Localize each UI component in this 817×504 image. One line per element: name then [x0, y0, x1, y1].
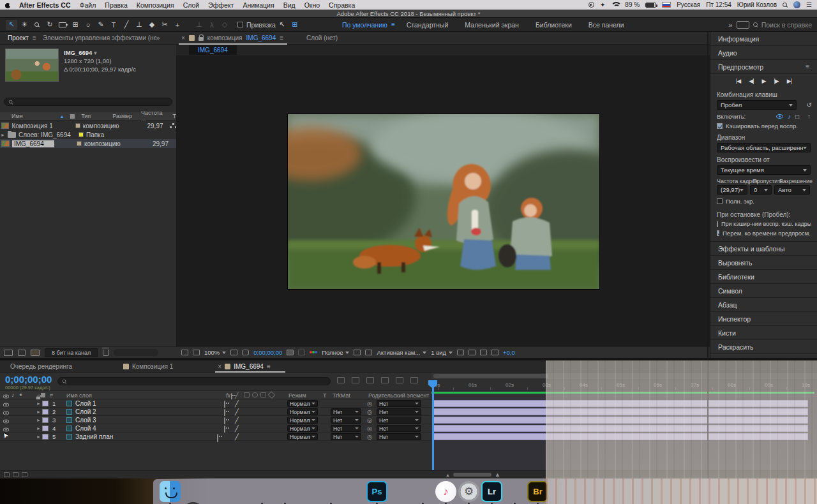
zoom-tool[interactable] [31, 20, 43, 30]
brush-tool[interactable]: ╱ [121, 20, 132, 30]
dock-lightroom-icon[interactable]: Lr [481, 481, 502, 502]
camera-select[interactable]: Активная кам... [377, 349, 426, 356]
blend-mode-select[interactable]: Нормальн [287, 417, 318, 424]
camera-tool[interactable] [57, 20, 68, 30]
new-composition-icon[interactable] [31, 350, 40, 356]
expand-arrow-icon[interactable]: ► [1, 133, 5, 137]
label-swatch[interactable] [77, 141, 82, 146]
col-size[interactable]: Размер [112, 113, 132, 119]
spotlight-icon[interactable] [783, 3, 788, 8]
hide-shy-layers-icon[interactable] [366, 377, 374, 383]
col-name[interactable]: Имя [11, 113, 23, 119]
notification-center-icon[interactable]: ☰ [806, 1, 812, 8]
always-preview-icon[interactable] [181, 350, 188, 355]
tab-layer-viewer[interactable]: Слой (нет) [306, 34, 338, 41]
close-icon[interactable]: × [218, 363, 221, 370]
panel-menu-icon[interactable]: ≡ [33, 34, 36, 41]
blend-mode-select[interactable]: Нормальн [287, 433, 318, 440]
layer-name[interactable]: Слой 4 [75, 425, 96, 432]
item-name-editing[interactable]: IMG_6694 [12, 140, 54, 147]
label-column-icon[interactable] [70, 114, 75, 119]
view-layout-select[interactable]: 1 вид [431, 349, 453, 356]
pen-tool[interactable]: ✎ [95, 20, 107, 30]
item-name[interactable]: Композиция 1 [11, 122, 70, 130]
project-search-input[interactable] [4, 98, 172, 106]
col-rate[interactable]: Частота ... [141, 110, 167, 122]
play-from-select[interactable]: Текущее время [717, 165, 811, 175]
clone-stamp-tool[interactable]: ⊥ [133, 20, 145, 30]
puppet-pin-tool[interactable]: + [172, 20, 183, 30]
main-monitor-icon[interactable] [193, 350, 200, 355]
workspace-small-screen[interactable]: Маленький экран [465, 21, 519, 29]
fps-select[interactable]: (29,97) [717, 185, 747, 195]
trkmat-select[interactable]: Нет [331, 433, 361, 440]
next-frame-button[interactable]: |▶ [774, 78, 778, 84]
menu-clock[interactable]: Пт 12:54 [706, 1, 731, 8]
project-bit-depth-button[interactable]: 8 бит на канал [45, 348, 98, 357]
expand-arrow-icon[interactable]: ► [36, 426, 41, 431]
timeline-tracks-area[interactable] [431, 390, 817, 470]
include-video-icon[interactable] [776, 114, 783, 119]
comp-flowchart-icon[interactable] [480, 350, 487, 355]
menu-app-name[interactable]: After Effects CC [19, 1, 71, 9]
resolution-select[interactable]: Полное [322, 349, 349, 356]
table-row[interactable]: ► 4 Слой 4 ╱ Нормальн Нет ◎ Нет [0, 424, 431, 433]
new-folder-icon[interactable] [18, 350, 26, 356]
label-column-icon[interactable] [41, 393, 45, 397]
draft-3d-icon[interactable] [352, 377, 359, 383]
blend-mode-select[interactable]: Нормальн [287, 425, 318, 432]
menu-view[interactable]: Вид [283, 1, 296, 9]
table-row[interactable]: ► 5 Задний план ╱ Нормальн Нет ◎ Нет [0, 433, 431, 441]
quality-icon[interactable]: ╱ [235, 425, 239, 432]
quality-column-icon[interactable]: ╱ [235, 392, 238, 399]
workspace-libraries[interactable]: Библиотеки [536, 21, 572, 29]
menu-effect[interactable]: Эффект [208, 1, 234, 9]
expand-arrow-icon[interactable]: ► [36, 418, 41, 422]
work-area-pill[interactable] [433, 374, 548, 378]
timeline-search-input[interactable] [57, 377, 331, 385]
dock-photoshop-icon[interactable]: Ps [366, 481, 387, 502]
include-overlays-icon[interactable]: □ [795, 113, 799, 120]
pan-behind-tool[interactable]: ⊞ [70, 20, 81, 30]
layer-bar[interactable] [433, 408, 808, 415]
viewer-menu-icon[interactable]: ≡ [280, 34, 283, 41]
dock-bridge-icon[interactable]: Br [527, 481, 548, 502]
playhead-line[interactable] [432, 380, 434, 470]
delete-item-icon[interactable] [103, 350, 109, 356]
transparency-grid-icon[interactable] [365, 350, 372, 355]
reset-exposure-icon[interactable] [491, 350, 498, 355]
type-tool[interactable]: T [108, 20, 119, 30]
col-t[interactable]: T [323, 392, 327, 399]
solo-column-icon[interactable]: ● [19, 392, 22, 397]
label-color-swatch[interactable] [42, 409, 49, 415]
preview-menu-icon[interactable]: ≡ [806, 63, 809, 70]
col-mode[interactable]: Режим [289, 392, 306, 399]
reset-icon[interactable]: ↺ [807, 101, 812, 108]
label-swatch[interactable] [75, 123, 80, 128]
roto-brush-tool[interactable]: ✂ [159, 20, 170, 30]
grid-guides-icon[interactable] [230, 350, 237, 355]
expand-arrow-icon[interactable]: ► [36, 434, 41, 439]
workspace-menu-icon[interactable]: ≡ [391, 21, 395, 28]
zoom-out-mountain-icon[interactable]: ▲ [446, 473, 450, 477]
col-layer-name[interactable]: Имя слоя [66, 392, 92, 399]
adjustment-column-icon[interactable] [260, 392, 266, 397]
play-button[interactable]: ▶ [762, 78, 766, 84]
layer-bar[interactable] [433, 400, 808, 407]
selection-tool[interactable]: ↖ [6, 20, 17, 30]
panel-brushes-header[interactable]: Кисти [710, 326, 817, 340]
graph-editor-icon[interactable] [410, 377, 418, 383]
snap-options-icon[interactable]: ↖ [276, 20, 288, 30]
blend-mode-select[interactable]: Нормальн [287, 408, 318, 415]
dock-system-preferences-icon[interactable]: ⚙ [458, 481, 479, 502]
panel-info-header[interactable]: Информация [710, 32, 817, 46]
tab-project[interactable]: Проект [8, 34, 29, 41]
pickwhip-icon[interactable]: ◎ [367, 433, 372, 440]
col-type[interactable]: Тип [81, 113, 91, 119]
panel-libraries-header[interactable]: Библиотеки [710, 270, 817, 284]
tab-img-6694[interactable]: × IMG_6694 ≡ [218, 363, 270, 370]
quality-icon[interactable]: ╱ [235, 408, 239, 415]
keyboard-flag-icon[interactable] [662, 2, 671, 8]
label-color-swatch[interactable] [42, 401, 49, 406]
quality-icon[interactable]: ╱ [235, 400, 239, 407]
